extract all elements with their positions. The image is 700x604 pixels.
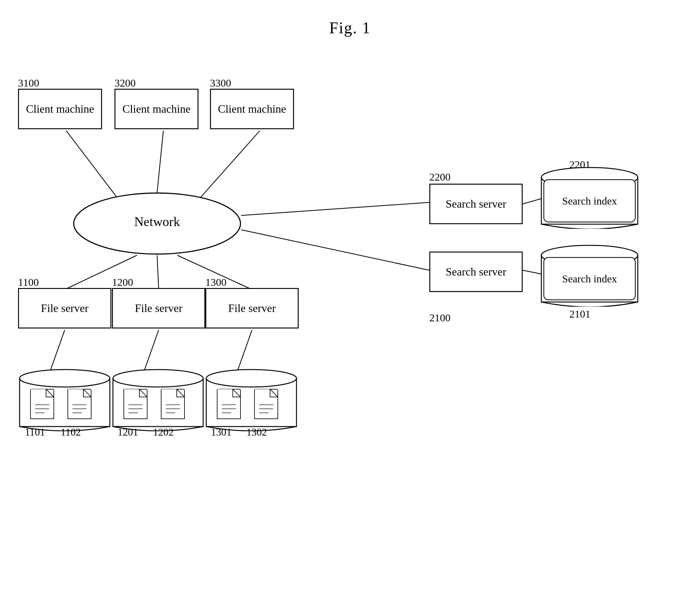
label-2100: 2100 <box>429 312 450 324</box>
label-1300: 1300 <box>205 276 226 288</box>
svg-line-12 <box>237 330 252 372</box>
label-1101: 1101 <box>25 427 45 438</box>
svg-line-4 <box>157 255 159 290</box>
svg-point-44 <box>206 369 297 387</box>
label-1100: 1100 <box>18 276 39 288</box>
label-1200: 1200 <box>112 276 133 288</box>
file-server-2: File server <box>112 288 205 329</box>
label-3200: 3200 <box>115 77 136 89</box>
svg-line-7 <box>241 230 429 270</box>
svg-text:Search index: Search index <box>562 195 617 207</box>
label-1202: 1202 <box>153 427 174 438</box>
svg-line-6 <box>241 202 429 215</box>
label-3100: 3100 <box>18 77 39 89</box>
storage-3 <box>205 369 298 431</box>
label-1201: 1201 <box>118 427 138 438</box>
diagram: Fig. 1 3100 Client machine 3200 <box>0 0 700 604</box>
search-server-1: Search server <box>429 184 523 224</box>
svg-line-11 <box>144 330 159 372</box>
svg-text:Search index: Search index <box>562 273 617 285</box>
client-machine-1: Client machine <box>18 89 102 129</box>
network-ellipse: Network <box>73 192 241 255</box>
file-server-3: File server <box>205 288 299 329</box>
label-1102: 1102 <box>61 427 81 438</box>
svg-point-34 <box>113 369 203 387</box>
svg-line-1 <box>157 131 163 192</box>
label-1302: 1302 <box>246 427 267 438</box>
storage-2 <box>111 369 205 431</box>
label-3300: 3300 <box>210 77 231 89</box>
label-1301: 1301 <box>211 427 231 438</box>
search-index-2: Search index <box>538 244 641 307</box>
storage-1 <box>18 369 111 431</box>
search-server-2: Search server <box>429 251 523 292</box>
client-machine-3: Client machine <box>210 89 294 129</box>
svg-point-24 <box>20 369 110 387</box>
svg-line-10 <box>50 330 65 372</box>
label-2200: 2200 <box>429 171 450 183</box>
file-server-1: File server <box>18 288 111 329</box>
svg-text:Network: Network <box>134 215 180 229</box>
search-index-1: Search index <box>538 167 641 229</box>
client-machine-2: Client machine <box>115 89 199 129</box>
figure-title: Fig. 1 <box>0 0 700 37</box>
label-2101: 2101 <box>569 308 591 320</box>
